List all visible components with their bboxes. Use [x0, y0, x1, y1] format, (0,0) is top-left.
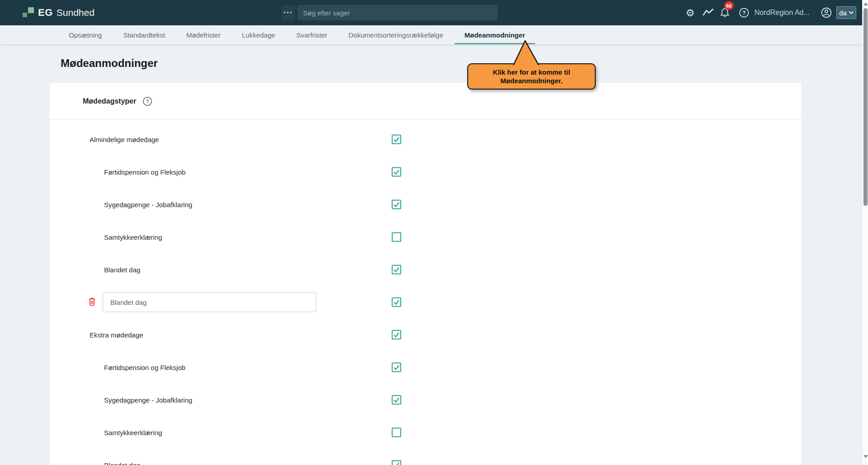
- meeting-day-label: Sygedagpenge - Jobafklaring: [104, 396, 192, 404]
- meeting-day-label: Blandet dag: [104, 266, 140, 274]
- tab-dokumentsorteringsrækkefølge[interactable]: Dokumentsorteringsrækkefølge: [349, 25, 443, 44]
- meeting-day-row: Blandet dag: [50, 449, 801, 465]
- vertical-scrollbar[interactable]: [862, 0, 868, 465]
- organization-name[interactable]: NordRegion Ad...: [754, 0, 810, 25]
- meeting-day-checkbox[interactable]: [392, 298, 401, 307]
- tab-bar: OpsætningStandardtekstMødefristerLukkeda…: [0, 25, 868, 44]
- svg-text:?: ?: [742, 10, 745, 16]
- meeting-day-row: Samtykkeerklæring: [50, 221, 801, 253]
- meeting-day-checkbox[interactable]: [392, 363, 401, 372]
- meeting-day-checkbox[interactable]: [392, 200, 401, 209]
- tab-svarfrister[interactable]: Svarfrister: [296, 25, 327, 44]
- checkmark-icon: [393, 364, 400, 371]
- meeting-day-rows: Almindelige mødedageFørtidspension og Fl…: [50, 123, 801, 465]
- logo-square-light: [28, 7, 34, 13]
- meeting-day-row: Ekstra mødedage: [50, 318, 801, 351]
- meeting-day-label: Almindelige mødedage: [90, 136, 159, 143]
- checkmark-icon: [393, 266, 400, 274]
- scrollbar-up-arrow-icon[interactable]: [863, 2, 868, 5]
- search-input[interactable]: [298, 5, 498, 20]
- language-code: da: [839, 9, 847, 17]
- tab-standardtekst[interactable]: Standardtekst: [123, 25, 165, 44]
- brand-title: EG Sundhed: [38, 0, 95, 25]
- settings-gear-icon[interactable]: ⚙: [686, 0, 695, 25]
- meeting-day-checkbox[interactable]: [392, 167, 401, 177]
- checkmark-icon: [393, 168, 400, 176]
- account-icon[interactable]: [821, 0, 832, 25]
- meeting-day-checkbox[interactable]: [392, 232, 401, 242]
- trash-icon: [88, 297, 96, 306]
- tab-mødefrister[interactable]: Mødefrister: [186, 25, 221, 44]
- tab-opsætning[interactable]: Opsætning: [69, 25, 102, 44]
- language-selector[interactable]: da: [836, 6, 856, 19]
- meeting-day-row: Almindelige mødedage: [50, 123, 801, 156]
- checkmark-icon: [393, 201, 400, 209]
- meeting-day-checkbox[interactable]: [392, 395, 401, 405]
- brand-bold: EG: [38, 7, 53, 19]
- meeting-day-checkbox[interactable]: [392, 460, 401, 465]
- meeting-day-row: [50, 286, 801, 318]
- page-title: Mødeanmodninger: [61, 57, 158, 70]
- meeting-day-label: Førtidspension og Fleksjob: [104, 168, 185, 176]
- main-content: Mødeanmodninger Mødedagstyper ? Almindel…: [0, 44, 868, 465]
- meeting-day-row: Samtykkeerklæring: [50, 416, 801, 449]
- callout-bubble: Klik her for at komme til Mødeanmodninge…: [467, 63, 596, 90]
- more-options-button[interactable]: ···: [281, 5, 295, 20]
- notification-count-badge: 66: [724, 1, 734, 10]
- checkmark-icon: [393, 396, 400, 404]
- meeting-day-checkbox[interactable]: [392, 428, 401, 437]
- meeting-day-row: Blandet dag: [50, 253, 801, 286]
- chevron-down-icon: [849, 11, 854, 14]
- meeting-day-row: Førtidspension og Fleksjob: [50, 156, 801, 188]
- callout-arrow-icon: [509, 40, 544, 65]
- svg-text:?: ?: [146, 99, 149, 105]
- meeting-day-row: Sygedagpenge - Jobafklaring: [50, 384, 801, 416]
- checkmark-icon: [393, 461, 400, 465]
- brand-name: Sundhed: [57, 7, 95, 18]
- section-title: Mødedagstyper: [83, 97, 136, 105]
- meeting-day-checkbox[interactable]: [392, 330, 401, 340]
- meeting-day-label: Blandet dag: [104, 461, 140, 465]
- checkmark-icon: [393, 299, 400, 306]
- meeting-day-checkbox[interactable]: [392, 265, 401, 275]
- help-icon[interactable]: ?: [739, 0, 749, 25]
- meeting-day-name-input[interactable]: [103, 292, 316, 312]
- meeting-day-label: Samtykkeerklæring: [104, 429, 162, 437]
- meeting-day-row: Førtidspension og Fleksjob: [50, 351, 801, 384]
- scrollbar-thumb[interactable]: [863, 8, 868, 206]
- section-help-icon[interactable]: ?: [142, 96, 152, 106]
- meeting-day-checkbox[interactable]: [392, 135, 401, 144]
- meeting-day-label: Samtykkeerklæring: [104, 233, 162, 241]
- checkmark-icon: [393, 136, 400, 143]
- logo-square-dark: [23, 13, 27, 17]
- tab-lukkedage[interactable]: Lukkedage: [242, 25, 275, 44]
- delete-meeting-day-button[interactable]: [87, 297, 96, 307]
- checkmark-icon: [393, 331, 400, 339]
- callout-line1: Klik her for at komme til: [493, 68, 570, 76]
- app-header: EG Sundhed ··· ⚙ 66 ? NordRegion Ad... d…: [0, 0, 868, 25]
- settings-card: Mødedagstyper ? Almindelige mødedageFørt…: [50, 83, 801, 465]
- meeting-day-row: Sygedagpenge - Jobafklaring: [50, 188, 801, 221]
- eg-logo-icon: [23, 7, 34, 18]
- activity-trend-icon[interactable]: [702, 0, 714, 25]
- meeting-day-label: Sygedagpenge - Jobafklaring: [104, 201, 192, 209]
- meeting-day-label: Ekstra mødedage: [90, 331, 143, 339]
- meeting-day-label: Førtidspension og Fleksjob: [104, 364, 185, 371]
- scrollbar-down-arrow-icon[interactable]: [863, 455, 868, 458]
- section-divider: [50, 119, 801, 120]
- callout-line2: Mødeanmodninger.: [500, 76, 563, 85]
